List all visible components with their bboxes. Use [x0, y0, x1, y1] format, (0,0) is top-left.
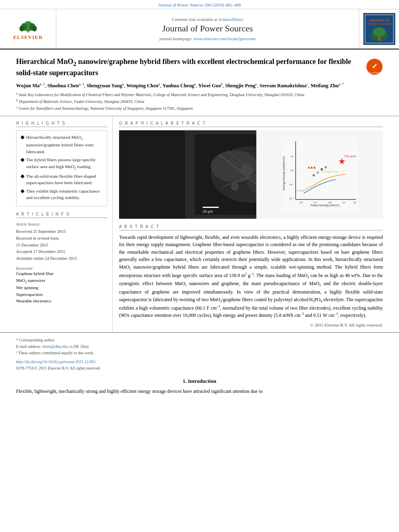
- highlight-bullet-1: ◆: [21, 134, 25, 140]
- highlight-item-1: ◆ Hierarchically structured MnO2 nanowir…: [21, 134, 103, 155]
- svg-text:10⁰: 10⁰: [290, 169, 294, 172]
- journal-header: ELSEVIER Contents lists available at Sci…: [0, 9, 399, 49]
- ragone-svg: Energy Density (mWh/cm³) Power Density (…: [282, 137, 358, 212]
- affiliation-c: c Centre for Nanofibers and Nanotechnolo…: [16, 105, 383, 112]
- article-footer: * Corresponding author. E-mail address: …: [0, 333, 399, 374]
- keyword-wearable: Wearable electronics: [16, 298, 107, 305]
- affiliation-b: b Department of Materials Science, Fudan…: [16, 98, 383, 105]
- journal-center: Contents lists available at ScienceDirec…: [56, 9, 359, 49]
- journal-title: Journal of Power Sources: [162, 23, 253, 34]
- intro-heading: 1. Introduction: [16, 378, 383, 384]
- svg-text:10⁻²: 10⁻²: [289, 197, 294, 200]
- available-date: Available online 24 December 2015: [16, 255, 107, 262]
- affiliation-a: a State Key Laboratory for Modification …: [16, 91, 383, 98]
- svg-text:10⁻¹: 10⁻¹: [314, 201, 318, 204]
- copyright-line: © 2015 Elsevier B.V. All rights reserved…: [119, 322, 383, 327]
- svg-text:POWER SOURCES: POWER SOURCES: [367, 23, 392, 25]
- author-yanhua-cheng: Yanhua Cheng: [162, 83, 194, 88]
- svg-point-25: [241, 164, 253, 177]
- keyword-mno2: MnO2 nanowires: [16, 277, 107, 285]
- svg-rect-28: [203, 207, 219, 208]
- svg-text:10²: 10²: [353, 201, 356, 204]
- abstract-section-label: A B S T R A C T: [119, 224, 383, 230]
- svg-text:10⁻²: 10⁻²: [300, 201, 304, 204]
- graphical-abstract-label: G R A P H I C A L A B S T R A C T: [119, 121, 383, 127]
- keywords-label: Keywords:: [16, 266, 107, 271]
- abstract-text: Towards rapid development of lightweight…: [119, 234, 383, 319]
- journal-reference-bar: Journal of Power Sources 306 (2016) 481–…: [0, 0, 399, 9]
- crossmark-icon: ✓ CrossMark: [366, 58, 383, 75]
- svg-point-5: [32, 26, 37, 31]
- svg-point-62: [325, 166, 327, 168]
- article-title-area: Hierarchical MnO2 nanowire/graphene hybr…: [0, 49, 399, 116]
- highlight-bullet-2: ◆: [21, 156, 25, 163]
- sciencedirect-link[interactable]: ScienceDirect: [218, 17, 243, 22]
- graphical-abstract-image: 20 μm 1 μm Energy Density (mWh/: [119, 130, 383, 219]
- email-line: E-mail address: zhum@dhu.edu.cn (M. Zhu)…: [16, 343, 101, 350]
- svg-point-60: [317, 171, 319, 174]
- author-yiwei-guo: Yiwei Guo: [198, 83, 221, 88]
- svg-text:5.7×10⁻³: 5.7×10⁻³: [297, 189, 306, 192]
- email-person: (M. Zhu).: [74, 344, 89, 349]
- email-label: E-mail address:: [16, 344, 41, 349]
- corresponding-note: * Corresponding author.: [16, 337, 101, 343]
- elsevier-logo-img: ELSEVIER: [6, 17, 50, 41]
- footer-notes: * Corresponding author. E-mail address: …: [16, 337, 101, 372]
- highlight-item-3: ◆ The all-solid-state flexible fiber-sha…: [21, 173, 103, 186]
- elsevier-tree-icon: [14, 17, 42, 33]
- lower-section: H I G H L I G H T S ◆ Hierarchically str…: [0, 116, 399, 333]
- email-link[interactable]: zhum@dhu.edu.cn: [42, 344, 72, 349]
- abstract-section: A B S T R A C T Towards rapid developmen…: [119, 224, 383, 327]
- svg-text:0.75V/s AC-SC: 0.75V/s AC-SC: [322, 170, 338, 173]
- authors-line: Wujun Maa, 1, Shaohua Chena, 1, Shengyua…: [16, 82, 383, 90]
- keyword-graphene: Graphene hybrid fiber: [16, 271, 107, 277]
- svg-rect-12: [378, 37, 381, 41]
- author-wenping-chen: Wenping Chen: [126, 83, 158, 88]
- article-title-row: Hierarchical MnO2 nanowire/graphene hybr…: [16, 57, 383, 78]
- journal-cover-image: JOURNAL OF POWER SOURCES: [359, 9, 399, 49]
- right-column: G R A P H I C A L A B S T R A C T: [113, 116, 383, 332]
- history-label: Article history:: [16, 221, 107, 228]
- svg-point-61: [321, 168, 323, 170]
- affiliations: a State Key Laboratory for Modification …: [16, 91, 383, 111]
- highlights-box: ◆ Hierarchically structured MnO2 nanowir…: [16, 130, 107, 206]
- author-shengjie-peng: Shengjie Peng: [225, 83, 255, 88]
- svg-point-4: [19, 26, 24, 31]
- introduction-section: 1. Introduction Flexible, lightweight, m…: [0, 374, 399, 402]
- highlight-text-2: The hybrid fibers possess large specific…: [26, 156, 103, 171]
- ragone-chart: Energy Density (mWh/cm³) Power Density (…: [256, 130, 383, 219]
- svg-text:10⁻¹: 10⁻¹: [289, 183, 294, 186]
- article-info-label: A R T I C L E I N F O: [16, 212, 107, 218]
- received-revised-label: Received in revised form: [16, 235, 107, 242]
- svg-text:10¹: 10¹: [342, 201, 346, 204]
- svg-text:10¹: 10¹: [290, 155, 294, 158]
- revised-date: 15 December 2015: [16, 242, 107, 249]
- abstract-keyword-based: based: [321, 249, 332, 255]
- svg-point-59: [313, 174, 315, 177]
- equal-contrib-note: ¹ These authors contributed equally to t…: [16, 350, 101, 356]
- svg-text:✓: ✓: [372, 62, 378, 70]
- svg-text:10⁰: 10⁰: [328, 201, 332, 204]
- highlight-text-3: The all-solid-state flexible fiber-shape…: [26, 173, 103, 186]
- keyword-supercapacitors: Supercapacitors: [16, 292, 107, 298]
- journal-homepage: journal homepage: www.elsevier.com/locat…: [159, 36, 255, 41]
- article-info-section: A R T I C L E I N F O Article history: R…: [16, 212, 107, 305]
- highlight-text-1: Hierarchically structured MnO2 nanowire/…: [26, 134, 103, 155]
- article-title: Hierarchical MnO2 nanowire/graphene hybr…: [16, 57, 366, 78]
- author-shaohua-chen: Shaohua Chen: [47, 83, 79, 88]
- highlight-bullet-4: ◆: [21, 188, 25, 194]
- author-wujun-ma: Wujun Ma: [16, 83, 39, 88]
- received-date: Received 25 September 2015: [16, 228, 107, 235]
- contents-line: Contents lists available at ScienceDirec…: [172, 17, 243, 22]
- svg-point-27: [231, 183, 239, 191]
- doi-link[interactable]: http://dx.doi.org/10.1016/j.jpowsour.201…: [16, 359, 95, 364]
- svg-text:Power Density (W/cm³): Power Density (W/cm³): [311, 204, 339, 207]
- homepage-url[interactable]: www.elsevier.com/locate/jpowsour: [193, 36, 255, 41]
- journal-cover-svg: JOURNAL OF POWER SOURCES: [364, 13, 395, 45]
- elsevier-brand-text: ELSEVIER: [13, 34, 43, 41]
- article-history: Article history: Received 25 September 2…: [16, 221, 107, 262]
- author-meifang-zhu: Meifang Zhu: [311, 83, 339, 88]
- svg-text:Energy Density (mWh/cm³): Energy Density (mWh/cm³): [282, 156, 286, 190]
- highlights-section-label: H I G H L I G H T S: [16, 121, 107, 127]
- issn-line: 0378-7753/© 2015 Elsevier B.V. All right…: [16, 365, 101, 372]
